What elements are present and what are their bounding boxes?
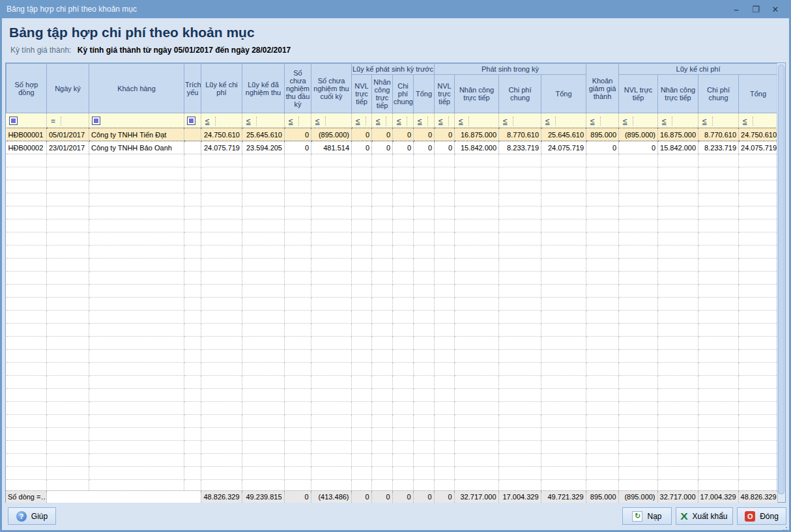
filter-cell-14[interactable]: ≤ [499, 113, 541, 128]
col-header-trich-yeu[interactable]: Trích yếu [184, 64, 201, 113]
grid-cell[interactable]: 0 [414, 141, 435, 154]
lte-operator-icon[interactable]: ≤ [700, 117, 713, 126]
grid-cell[interactable]: 23.594.205 [242, 141, 285, 154]
grid-cell[interactable]: 895.000 [586, 128, 619, 141]
grid-cell[interactable]: HĐB00002 [7, 141, 47, 154]
filter-cell-20[interactable]: ≤ [739, 113, 777, 128]
subcol-cur-chi-phi-chung[interactable]: Chi phí chung [499, 75, 541, 113]
col-header-luy-ke-chi-phi[interactable]: Lũy kế chi phí [201, 64, 242, 113]
filter-cell-10[interactable]: ≤ [393, 113, 414, 128]
lte-operator-icon[interactable]: ≤ [203, 117, 216, 126]
grid-cell[interactable] [184, 128, 201, 141]
grid-cell[interactable]: Công ty TNHH Bảo Oanh [89, 141, 184, 154]
grid-cell[interactable]: Công ty TNHH Tiến Đạt [89, 128, 184, 141]
lte-operator-icon[interactable]: ≤ [621, 117, 633, 126]
filter-cell-9[interactable]: ≤ [372, 113, 393, 128]
grid-cell[interactable]: 0 [586, 141, 619, 154]
equals-operator-icon[interactable]: = [49, 117, 61, 126]
filter-cell-2[interactable] [89, 113, 184, 128]
grid-cell[interactable]: 05/01/2017 [47, 128, 89, 141]
grid-cell[interactable]: 8.770.610 [499, 128, 541, 141]
grid-cell[interactable]: 24.750.610 [201, 128, 242, 141]
grid-cell[interactable]: 24.075.719 [541, 141, 586, 154]
grid-cell[interactable]: 15.842.000 [658, 141, 698, 154]
grid-cell[interactable]: 25.645.610 [242, 128, 285, 141]
lte-operator-icon[interactable]: ≤ [416, 117, 428, 126]
scrollbar-thumb[interactable] [778, 64, 784, 494]
filter-cell-5[interactable]: ≤ [242, 113, 285, 128]
lte-operator-icon[interactable]: ≤ [354, 117, 366, 126]
col-header-ngay-ky[interactable]: Ngày ký [47, 64, 89, 113]
filter-cell-7[interactable]: ≤ [311, 113, 352, 128]
grid-cell[interactable]: 8.233.719 [698, 141, 739, 154]
grid-cell[interactable]: 0 [372, 141, 393, 154]
lte-operator-icon[interactable]: ≤ [660, 117, 672, 126]
lte-operator-icon[interactable]: ≤ [374, 117, 386, 126]
grid-cell[interactable]: 23/01/2017 [47, 141, 89, 154]
load-button[interactable]: ↻ Nạp [622, 507, 672, 525]
col-header-so-chua-nghiem-thu-cuoi-ky[interactable]: Số chưa nghiệm thu cuối kỳ [311, 64, 352, 113]
grid-cell[interactable]: 16.875.000 [658, 128, 698, 141]
subcol-acc-nvl[interactable]: NVL trực tiếp [619, 75, 658, 113]
group-header-luy-ke-chi-phi[interactable]: Lũy kế chi phí [619, 64, 777, 75]
col-header-so-chua-nghiem-thu-dau-ky[interactable]: Số chưa nghiệm thu đầu kỳ [285, 64, 311, 113]
grid-cell[interactable]: 24.075.719 [739, 141, 777, 154]
subcol-acc-tong[interactable]: Tổng [739, 75, 777, 113]
col-header-luy-ke-da-nghiem-thu[interactable]: Lũy kế đã nghiệm thu [242, 64, 285, 113]
export-button[interactable]: X Xuất khẩu [676, 507, 733, 525]
filter-cell-18[interactable]: ≤ [658, 113, 698, 128]
subcol-prev-tong[interactable]: Tổng [414, 75, 435, 113]
text-filter-icon[interactable] [187, 117, 195, 125]
grid-cell[interactable]: 15.842.000 [455, 141, 499, 154]
grid-cell[interactable]: 0 [619, 141, 658, 154]
subcol-acc-chi-phi-chung[interactable]: Chi phí chung [698, 75, 739, 113]
minimize-icon[interactable]: – [731, 5, 741, 14]
grid-cell[interactable]: (895.000) [619, 128, 658, 141]
grid-cell[interactable]: 0 [372, 128, 393, 141]
lte-operator-icon[interactable]: ≤ [588, 117, 601, 126]
subcol-cur-tong[interactable]: Tổng [541, 75, 586, 113]
vertical-scrollbar[interactable] [777, 63, 785, 502]
filter-cell-6[interactable]: ≤ [285, 113, 311, 128]
filter-cell-15[interactable]: ≤ [541, 113, 586, 128]
row-count-input[interactable] [49, 492, 199, 502]
subcol-cur-nvl[interactable]: NVL trực tiếp [435, 75, 455, 113]
filter-cell-16[interactable]: ≤ [586, 113, 619, 128]
help-button[interactable]: ? Giúp [8, 507, 56, 525]
grid-cell[interactable]: 0 [393, 141, 414, 154]
lte-operator-icon[interactable]: ≤ [313, 117, 326, 126]
maximize-icon[interactable]: ❐ [751, 5, 761, 14]
subcol-cur-nhan-cong[interactable]: Nhân công trực tiếp [455, 75, 499, 113]
lte-operator-icon[interactable]: ≤ [501, 117, 513, 126]
grid-cell[interactable]: 8.770.610 [698, 128, 739, 141]
grid-cell[interactable]: 0 [393, 128, 414, 141]
grid-cell[interactable]: 0 [352, 141, 372, 154]
text-filter-icon[interactable] [9, 117, 18, 125]
grid-cell[interactable]: 24.750.610 [739, 128, 777, 141]
filter-cell-8[interactable]: ≤ [352, 113, 372, 128]
grid-cell[interactable]: 0 [285, 141, 311, 154]
col-header-so-hop-dong[interactable]: Số hợp đồng [7, 64, 47, 113]
lte-operator-icon[interactable]: ≤ [395, 117, 407, 126]
filter-cell-13[interactable]: ≤ [455, 113, 499, 128]
grid-cell[interactable]: 8.233.719 [499, 141, 541, 154]
close-icon[interactable]: ✕ [770, 5, 781, 14]
grid-cell[interactable]: 481.514 [311, 141, 352, 154]
filter-cell-19[interactable]: ≤ [698, 113, 739, 128]
grid-cell[interactable]: 0 [352, 128, 372, 141]
group-header-luy-ke-phat-sinh-ky-truoc[interactable]: Lũy kế phát sinh kỳ trước [352, 64, 435, 75]
summary-input-cell[interactable] [46, 491, 201, 503]
group-header-phat-sinh-trong-ky[interactable]: Phát sinh trong kỳ [435, 64, 586, 75]
grid-cell[interactable]: 0 [414, 128, 435, 141]
grid-cell[interactable]: 16.875.000 [455, 128, 499, 141]
subcol-prev-nhan-cong[interactable]: Nhân công trực tiếp [372, 75, 393, 113]
filter-cell-0[interactable] [7, 113, 47, 128]
grid-cell[interactable]: 24.075.719 [201, 141, 242, 154]
grid-cell[interactable]: 0 [435, 141, 455, 154]
grid-cell[interactable]: (895.000) [311, 128, 352, 141]
subcol-prev-nvl[interactable]: NVL trực tiếp [352, 75, 372, 113]
lte-operator-icon[interactable]: ≤ [437, 117, 449, 126]
grid-cell[interactable]: 0 [285, 128, 311, 141]
text-filter-icon[interactable] [92, 117, 100, 125]
grid-cell[interactable]: 25.645.610 [541, 128, 586, 141]
